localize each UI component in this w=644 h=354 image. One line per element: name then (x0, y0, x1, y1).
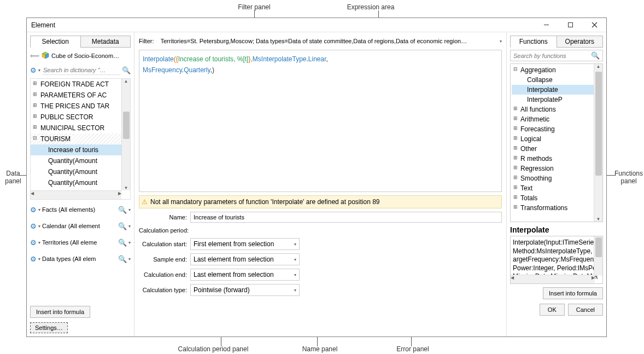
gear-icon[interactable]: ⚙ (30, 255, 37, 263)
fn-category[interactable]: Smoothing (512, 173, 601, 183)
tree-item[interactable]: FOREIGN TRADE ACT (31, 79, 130, 90)
warning-icon: ⚠ (142, 198, 148, 206)
cancel-button[interactable]: Cancel (568, 304, 603, 316)
dim-territories[interactable]: ⚙▾Territories (All eleme🔍▾ (30, 236, 131, 249)
data-panel: Selection Metadata ⟸ Cube of Socio-Econo… (27, 32, 134, 336)
gear-icon[interactable]: ⚙ (30, 222, 37, 230)
dim-calendar[interactable]: ⚙▾Calendar (All element🔍▾ (30, 219, 131, 233)
chevron-down-icon[interactable]: ▾ (500, 39, 502, 44)
dictionary-search-input[interactable] (42, 66, 120, 75)
back-icon[interactable]: ⟸ (30, 52, 39, 60)
calc-end-select[interactable]: Last element from selection▾ (190, 269, 300, 281)
callout-calc-period-panel: Calculation period panel (175, 345, 251, 353)
fn-category[interactable]: Regression (512, 164, 601, 173)
svg-rect-1 (568, 23, 572, 27)
filter-text: Territories=St. Petersburg,Moscow; Data … (161, 38, 494, 44)
sample-end-label: Sample end: (139, 256, 187, 263)
desc-scrollbar[interactable] (594, 236, 602, 276)
tree-item[interactable]: MUNICIPAL SECTOR (31, 123, 130, 134)
maximize-button[interactable] (558, 18, 582, 32)
ok-button[interactable]: OK (540, 304, 565, 316)
fn-category[interactable]: Arithmetic (512, 114, 601, 124)
calc-type-select[interactable]: Pointwise (forward)▾ (190, 284, 300, 296)
gear-icon[interactable]: ⚙ (30, 239, 37, 247)
chevron-down-icon[interactable]: ▾ (38, 240, 40, 245)
search-icon[interactable]: 🔍 (118, 255, 127, 263)
function-search[interactable]: 🔍 (510, 50, 603, 61)
tree-item-selected[interactable]: Increase of touris (31, 144, 130, 155)
search-icon[interactable]: 🔍 (118, 206, 127, 214)
close-button[interactable] (582, 18, 606, 32)
tab-metadata[interactable]: Metadata (80, 36, 131, 48)
fn-item[interactable]: InterpolateP (512, 95, 601, 105)
calc-start-select[interactable]: First element from selection▾ (190, 238, 300, 250)
name-field[interactable] (190, 212, 502, 223)
gear-icon[interactable]: ⚙ (30, 206, 37, 214)
fn-item-selected[interactable]: Interpolate (512, 85, 601, 95)
calc-period-label: Calculation period: (139, 227, 502, 234)
chevron-down-icon[interactable]: ▾ (128, 240, 131, 245)
fn-category[interactable]: All functions (512, 105, 601, 114)
tree-item[interactable]: Quantity(Amount (31, 166, 130, 177)
tree-scrollbar-vertical[interactable]: ▲▼ (121, 79, 130, 190)
fn-category-aggregation[interactable]: Aggregation (512, 65, 601, 75)
window: Element Selection Metadata ⟸ Cube of Soc… (26, 18, 607, 337)
calc-start-label: Calculation start: (139, 241, 187, 247)
fn-category[interactable]: R methods (512, 154, 601, 164)
tree-item[interactable]: PUBLIC SECTOR (31, 112, 130, 123)
dim-datatypes[interactable]: ⚙▾Data types (All elem🔍▾ (30, 252, 131, 265)
fn-category[interactable]: Totals (512, 193, 601, 203)
error-panel: ⚠ Not all mandatory parameters of functi… (139, 195, 502, 208)
breadcrumb[interactable]: Cube of Socio-Econom… (51, 53, 131, 59)
search-icon[interactable]: 🔍 (591, 51, 600, 60)
callout-data-panel: Data panel (2, 170, 24, 185)
tab-selection[interactable]: Selection (30, 36, 81, 48)
search-icon[interactable]: 🔍 (122, 66, 131, 74)
chevron-down-icon[interactable]: ▾ (128, 224, 131, 229)
tree-item[interactable]: THE PRICES AND TAR (31, 101, 130, 112)
calc-type-label: Calculation type: (139, 287, 187, 293)
search-icon[interactable]: 🔍 (118, 239, 127, 247)
tree-item[interactable]: Quantity(Amount (31, 155, 130, 166)
desc-scrollbar-h[interactable]: ◀▶ (511, 275, 595, 283)
calc-end-label: Calculation end: (139, 271, 187, 278)
fn-category[interactable]: Text (512, 183, 601, 193)
functions-panel: Functions Operators 🔍 Aggregation Collap… (506, 32, 606, 336)
main-panel: Filter: Territories=St. Petersburg,Mosco… (134, 32, 506, 336)
chevron-down-icon[interactable]: ▾ (128, 207, 131, 212)
sample-end-select[interactable]: Last element from selection▾ (190, 253, 300, 265)
fn-insert-button[interactable]: Insert into formula (543, 287, 603, 299)
fn-scrollbar-vertical[interactable]: ▲▼ (594, 64, 602, 222)
chevron-down-icon[interactable]: ▾ (38, 68, 40, 73)
fn-category[interactable]: Other (512, 144, 601, 154)
tree-item-tourism[interactable]: TOURISM (31, 134, 130, 144)
tree-item[interactable]: Quantity(Amount (31, 177, 130, 188)
tree-scrollbar-horizontal[interactable]: ◀▶ (31, 190, 121, 199)
chevron-down-icon[interactable]: ▾ (128, 257, 131, 262)
tab-functions[interactable]: Functions (510, 36, 557, 48)
chevron-down-icon[interactable]: ▾ (38, 207, 40, 212)
fn-item[interactable]: Collapse (512, 75, 601, 85)
filter-label: Filter: (139, 38, 154, 44)
error-text: Not all mandatory parameters of function… (150, 198, 380, 206)
fn-category[interactable]: Forecasting (512, 124, 601, 134)
minimize-button[interactable] (534, 18, 558, 32)
tree-item[interactable]: PARAMETERS OF AC (31, 90, 130, 101)
chevron-down-icon[interactable]: ▾ (38, 224, 40, 229)
settings-button[interactable]: Settings… (30, 322, 68, 333)
tab-operators[interactable]: Operators (557, 36, 604, 48)
gear-icon[interactable]: ⚙ (30, 66, 37, 74)
callout-error-panel: Error panel (394, 345, 432, 353)
function-tree[interactable]: Aggregation Collapse Interpolate Interpo… (510, 63, 603, 222)
search-icon[interactable]: 🔍 (118, 222, 127, 230)
fn-category[interactable]: Transformations (512, 203, 601, 213)
expression-editor[interactable]: Interpolate({Increase of tourists, %[t]}… (139, 50, 502, 192)
chevron-down-icon[interactable]: ▾ (38, 257, 40, 262)
dim-facts[interactable]: ⚙▾Facts (All elements)🔍▾ (30, 203, 131, 216)
fn-category[interactable]: Logical (512, 134, 601, 144)
insert-into-formula-button[interactable]: Insert into formula (30, 306, 90, 318)
dictionary-tree[interactable]: FOREIGN TRADE ACT PARAMETERS OF AC THE P… (30, 78, 131, 200)
cube-icon (42, 51, 49, 61)
function-search-input[interactable] (513, 53, 591, 59)
titlebar: Element (27, 18, 606, 32)
